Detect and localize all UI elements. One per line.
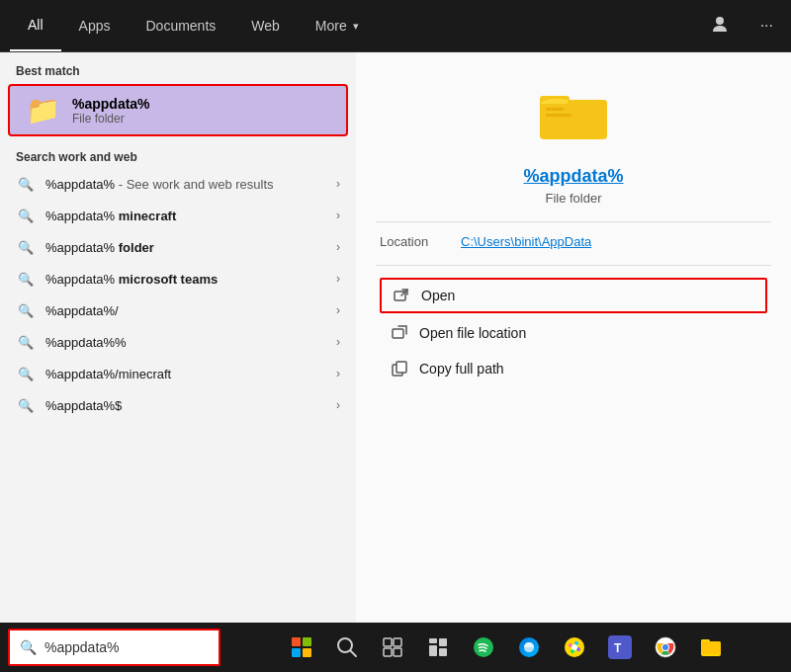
taskbar-search-icon: 🔍 [20, 639, 37, 655]
location-label: Location [380, 234, 449, 249]
svg-rect-18 [439, 648, 447, 656]
detail-actions: Open Open file location [376, 278, 771, 384]
search-taskbar-button[interactable] [328, 629, 366, 666]
copy-icon [390, 360, 409, 378]
edge-icon [517, 635, 541, 659]
teams-button[interactable]: T [601, 629, 639, 666]
result-text: %appdata%$ [45, 398, 326, 413]
person-icon[interactable] [703, 11, 737, 41]
best-match-title: %appdata% [72, 96, 150, 112]
svg-rect-11 [384, 638, 392, 646]
search-icon: 🔍 [16, 300, 36, 320]
svg-rect-15 [429, 638, 437, 643]
paint-button[interactable] [556, 629, 593, 666]
best-match-label: Best match [0, 52, 356, 84]
svg-rect-9 [396, 362, 406, 373]
paint-icon [563, 635, 586, 659]
tab-apps[interactable]: Apps [61, 0, 129, 51]
result-text: %appdata% folder [45, 240, 326, 255]
location-value[interactable]: C:\Users\binit\AppData [461, 234, 591, 249]
list-item[interactable]: 🔍 %appdata% minecraft › [0, 200, 356, 231]
search-icon: 🔍 [16, 237, 36, 257]
folder-icon: 📁 [26, 94, 60, 126]
search-icon: 🔍 [16, 174, 36, 194]
list-item[interactable]: 🔍 %appdata%$ › [0, 389, 356, 421]
result-text: %appdata%/minecraft [45, 367, 326, 381]
svg-text:T: T [614, 641, 622, 655]
spotify-button[interactable] [465, 629, 502, 666]
file-explorer-button[interactable] [692, 629, 730, 666]
result-text: %appdata%% [45, 335, 326, 350]
widgets-icon [427, 636, 449, 658]
open-label: Open [421, 288, 455, 303]
main-content: Best match 📁 %appdata% File folder Searc… [0, 52, 791, 623]
taskbar-search-input[interactable] [44, 639, 218, 655]
tab-all[interactable]: All [10, 0, 61, 51]
list-item[interactable]: 🔍 %appdata% microsoft teams › [0, 263, 356, 294]
svg-rect-14 [394, 648, 401, 656]
teams-icon: T [608, 635, 632, 659]
search-icon: 🔍 [16, 269, 36, 289]
result-text: %appdata% microsoft teams [45, 272, 326, 287]
svg-rect-3 [540, 100, 607, 137]
open-file-location-button[interactable]: Open file location [380, 317, 767, 349]
list-item[interactable]: 🔍 %appdata%/ › [0, 294, 356, 326]
list-item[interactable]: 🔍 %appdata% - See work and web results › [0, 168, 356, 200]
svg-rect-5 [546, 114, 571, 117]
tab-more[interactable]: More ▾ [298, 0, 377, 51]
more-options-icon[interactable]: ··· [752, 13, 781, 39]
open-button[interactable]: Open [380, 278, 767, 313]
detail-subtitle: File folder [545, 191, 601, 206]
list-item[interactable]: 🔍 %appdata%% › [0, 326, 356, 358]
windows-logo-icon [292, 637, 311, 657]
chevron-down-icon: ▾ [353, 20, 359, 33]
chevron-right-icon: › [336, 303, 340, 317]
svg-point-31 [662, 644, 668, 650]
chevron-right-icon: › [336, 272, 340, 286]
best-match-subtitle: File folder [72, 112, 150, 126]
tab-web[interactable]: Web [233, 0, 298, 51]
tab-documents[interactable]: Documents [128, 0, 233, 51]
divider2 [376, 265, 771, 266]
search-icon: 🔍 [16, 364, 36, 383]
right-panel: %appdata% File folder Location C:\Users\… [356, 52, 791, 623]
list-item[interactable]: 🔍 %appdata%/minecraft › [0, 358, 356, 389]
svg-rect-7 [393, 329, 403, 338]
detail-title[interactable]: %appdata% [523, 166, 623, 187]
search-taskbar-icon [336, 636, 358, 658]
search-web-label: Search work and web [0, 136, 356, 168]
copy-full-path-button[interactable]: Copy full path [380, 353, 767, 384]
start-button[interactable] [283, 629, 320, 666]
detail-folder-icon [538, 82, 609, 156]
svg-rect-13 [384, 648, 392, 656]
search-icon: 🔍 [16, 332, 36, 352]
result-text: %appdata%/ [45, 303, 326, 318]
chevron-right-icon: › [336, 398, 340, 412]
chevron-right-icon: › [336, 335, 340, 349]
open-icon [392, 287, 411, 304]
taskbar-search[interactable]: 🔍 [8, 629, 220, 666]
nav-right-icons: ··· [703, 11, 781, 41]
search-icon: 🔍 [16, 206, 36, 225]
edge-button[interactable] [510, 629, 548, 666]
chevron-right-icon: › [336, 209, 340, 222]
chrome-icon [654, 635, 677, 659]
best-match-item[interactable]: 📁 %appdata% File folder [8, 84, 348, 136]
chevron-right-icon: › [336, 367, 340, 380]
svg-point-26 [571, 644, 577, 650]
result-text: %appdata% - See work and web results [45, 177, 326, 192]
taskbar-center: T [220, 629, 791, 666]
chevron-right-icon: › [336, 240, 340, 254]
search-icon: 🔍 [16, 395, 36, 415]
svg-rect-12 [394, 638, 401, 646]
list-item[interactable]: 🔍 %appdata% folder › [0, 231, 356, 263]
chrome-button[interactable] [647, 629, 684, 666]
widgets-button[interactable] [419, 629, 457, 666]
result-text: %appdata% minecraft [45, 209, 326, 223]
location-row: Location C:\Users\binit\AppData [376, 234, 771, 249]
svg-rect-34 [701, 641, 721, 654]
chevron-right-icon: › [336, 177, 340, 191]
open-location-icon [390, 324, 409, 342]
task-view-button[interactable] [374, 629, 411, 666]
svg-rect-16 [439, 638, 447, 646]
